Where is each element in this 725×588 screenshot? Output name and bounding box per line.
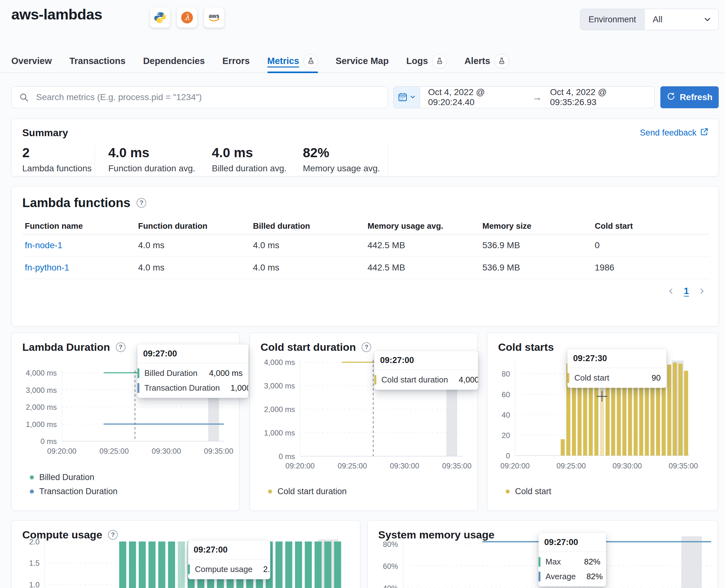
y-axis-label: 0 ms: [41, 437, 57, 445]
tooltip-value: 1,000 ms: [230, 383, 248, 393]
y-axis-label: 80: [501, 370, 510, 378]
bar[interactable]: [684, 371, 688, 456]
stat-lambda-functions: 2 Lambda functions: [22, 145, 92, 173]
bar[interactable]: [285, 542, 292, 588]
x-axis-label: 09:20:00: [285, 462, 314, 470]
search-input[interactable]: [11, 86, 388, 108]
series-swatch: [539, 557, 540, 567]
tooltip-label: Cold start duration: [381, 375, 458, 385]
x-axis-label: 09:35:00: [204, 447, 233, 455]
bar[interactable]: [119, 542, 126, 588]
x-axis-label: 09:25:00: [338, 462, 367, 470]
bar[interactable]: [168, 542, 175, 588]
help-icon[interactable]: [361, 342, 371, 352]
x-axis-label: 09:35:00: [442, 462, 471, 470]
y-axis-label: 3,000 ms: [264, 381, 295, 390]
x-axis-label: 09:20:00: [500, 462, 530, 470]
bar[interactable]: [679, 364, 683, 456]
tooltip-row: Billed Duration4,000 ms: [138, 366, 248, 381]
tooltip-label: Average: [545, 572, 586, 582]
x-axis-label: 09:30:00: [151, 447, 181, 455]
bar[interactable]: [334, 542, 341, 588]
bar[interactable]: [667, 364, 671, 456]
previous-page-button[interactable]: [667, 288, 675, 295]
send-feedback-link[interactable]: Send feedback: [640, 128, 708, 138]
y-axis-label: 2,000 ms: [264, 405, 295, 414]
divider: [388, 145, 388, 174]
legend-item[interactable]: Cold start: [505, 487, 552, 497]
tooltip-label: Billed Duration: [144, 369, 209, 378]
legend-label: Billed Duration: [39, 472, 95, 482]
bar[interactable]: [139, 542, 146, 588]
bar[interactable]: [314, 542, 322, 588]
tooltip-time: 09:27:00: [374, 351, 478, 370]
bar[interactable]: [129, 542, 136, 588]
bar[interactable]: [275, 542, 283, 588]
legend-label: Cold start duration: [277, 487, 347, 497]
legend-dot-icon: [268, 489, 272, 493]
bar[interactable]: [305, 542, 312, 588]
y-axis-label: 60: [501, 390, 510, 399]
svg-text:aws: aws: [209, 13, 220, 19]
bar[interactable]: [561, 439, 565, 456]
date-range-field[interactable]: Oct 4, 2022 @ 09:20:24.40 → Oct 4, 2022 …: [420, 86, 655, 108]
chevron-down-icon: [410, 94, 416, 101]
stat-billed-duration: 4.0 ms Billed duration avg.: [212, 145, 287, 173]
table-header-row: Function name Function duration Billed d…: [22, 218, 710, 234]
tab-alerts[interactable]: Alerts: [464, 49, 509, 72]
lambda-duration-chart-panel: Lambda Duration 4,000 ms3,000 ms2,000 ms…: [11, 333, 240, 511]
tab-dependencies[interactable]: Dependencies: [143, 49, 205, 72]
help-icon[interactable]: [137, 198, 146, 208]
tooltip-row: Cold start duration4,000 ms: [374, 373, 478, 387]
legend-item[interactable]: Billed Duration: [30, 472, 95, 482]
chart-tooltip: 09:27:00Compute usage2.0: [188, 541, 270, 579]
tab-service-map[interactable]: Service Map: [335, 49, 389, 72]
tab-metrics[interactable]: Metrics: [267, 49, 318, 72]
x-axis-label: 09:35:00: [668, 462, 698, 470]
date-range-end[interactable]: Oct 4, 2022 @ 09:35:26.93: [550, 87, 646, 107]
tooltip-time: 09:27:00: [188, 541, 270, 560]
tooltip-time: 09:27:30: [567, 349, 666, 368]
tab-transactions[interactable]: Transactions: [69, 49, 126, 72]
tooltip-row: Transaction Duration1,000 ms: [138, 381, 248, 395]
bar[interactable]: [148, 542, 156, 588]
function-link[interactable]: fn-python-1: [25, 262, 69, 272]
stat-memory-usage: 82% Memory usage avg.: [303, 145, 380, 173]
bar[interactable]: [295, 542, 302, 588]
environment-value: All: [645, 9, 703, 30]
y-axis-label: 1.0: [29, 581, 40, 588]
calendar-icon: [398, 92, 408, 103]
legend-item[interactable]: Transaction Duration: [30, 487, 118, 497]
chart-title: Compute usage: [22, 529, 102, 541]
bar[interactable]: [673, 363, 677, 456]
tab-logs[interactable]: Logs: [406, 49, 447, 72]
environment-select[interactable]: Environment All: [580, 9, 719, 30]
bar[interactable]: [178, 542, 185, 588]
refresh-button[interactable]: Refresh: [660, 86, 719, 108]
bar[interactable]: [324, 542, 331, 588]
tooltip-label: Max: [545, 557, 584, 567]
chart-tooltip: 09:27:30Cold start90: [567, 349, 666, 388]
summary-panel: Summary Send feedback 2 Lambda functions…: [11, 119, 719, 176]
date-picker-button[interactable]: [393, 86, 420, 108]
bar[interactable]: [158, 542, 165, 588]
help-icon[interactable]: [116, 342, 126, 352]
y-axis-label: 40: [501, 411, 510, 419]
y-axis-label: 3,000 ms: [26, 386, 57, 394]
series-swatch: [138, 369, 139, 378]
help-icon[interactable]: [108, 530, 118, 540]
lambda-functions-table: Function name Function duration Billed d…: [22, 218, 710, 279]
function-link[interactable]: fn-node-1: [25, 240, 62, 250]
apm-metrics-page: aws-lambdas λ aws Environment All Overvi…: [0, 0, 725, 588]
tab-overview[interactable]: Overview: [11, 49, 52, 72]
next-page-button[interactable]: [698, 288, 705, 295]
page-number[interactable]: 1: [684, 286, 689, 296]
legend-item[interactable]: Cold start duration: [268, 487, 347, 497]
aws-lambda-icon: λ: [177, 7, 197, 28]
date-range-start[interactable]: Oct 4, 2022 @ 09:20:24.40: [428, 87, 524, 107]
beaker-icon: [304, 54, 318, 68]
chart-tooltip: 09:27:00Cold start duration4,000 ms: [374, 351, 478, 390]
chart-title: Cold starts: [498, 341, 554, 353]
tab-errors[interactable]: Errors: [223, 49, 250, 72]
refresh-icon: [667, 92, 676, 103]
